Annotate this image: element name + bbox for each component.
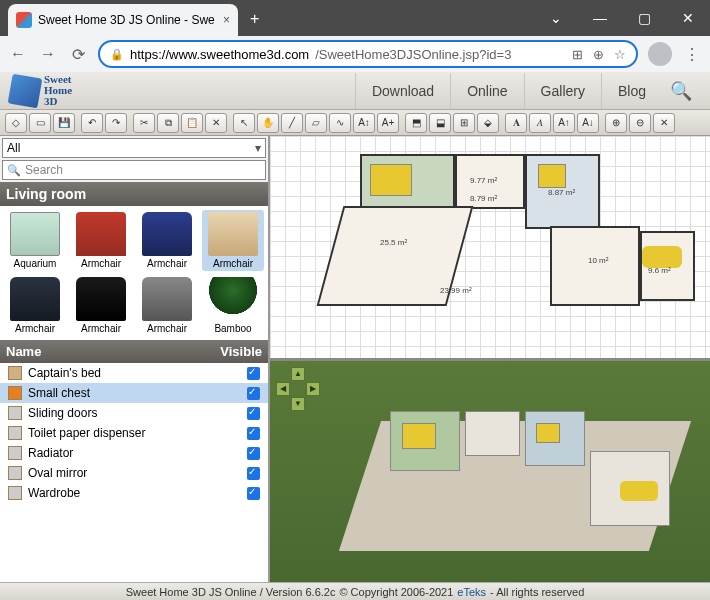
visible-checkbox[interactable]: [247, 487, 260, 500]
logo-icon: [8, 73, 43, 108]
category-selector[interactable]: All: [2, 138, 266, 158]
profile-avatar[interactable]: [648, 42, 672, 66]
nav-download[interactable]: Download: [355, 73, 450, 109]
eteks-link[interactable]: eTeks: [457, 586, 486, 598]
dimension-label: 9.6 m²: [648, 266, 671, 275]
visible-checkbox[interactable]: [247, 467, 260, 480]
wall-button[interactable]: ╱: [281, 113, 303, 133]
logo[interactable]: SweetHome3D: [10, 74, 72, 107]
col-name[interactable]: Name: [6, 344, 41, 359]
nav-right-icon[interactable]: ▶: [306, 382, 320, 396]
tab-favicon: [16, 12, 32, 28]
visible-checkbox[interactable]: [247, 387, 260, 400]
pan-button[interactable]: ✋: [257, 113, 279, 133]
browser-titlebar: Sweet Home 3D JS Online - Swe × + ⌄ — ▢ …: [0, 0, 710, 36]
dimension-button[interactable]: A↕: [353, 113, 375, 133]
redo-button[interactable]: ↷: [105, 113, 127, 133]
catalog-item[interactable]: Armchair: [70, 275, 132, 336]
catalog-item[interactable]: Aquarium: [4, 210, 66, 271]
browser-tab[interactable]: Sweet Home 3D JS Online - Swe ×: [8, 4, 238, 36]
search-icon[interactable]: 🔍: [662, 80, 700, 102]
cut-button[interactable]: ✂: [133, 113, 155, 133]
nav-gallery[interactable]: Gallery: [524, 73, 601, 109]
catalog-item[interactable]: Armchair: [136, 275, 198, 336]
list-item[interactable]: Sliding doors: [0, 403, 268, 423]
list-item[interactable]: Captain's bed: [0, 363, 268, 383]
navigation-pad[interactable]: ▲ ◀ ▶ ▼: [276, 367, 320, 411]
bold-button[interactable]: 𝐀: [505, 113, 527, 133]
nav-down-icon[interactable]: ▼: [291, 397, 305, 411]
close-icon[interactable]: ×: [223, 13, 230, 27]
catalog-item[interactable]: Armchair: [70, 210, 132, 271]
visible-checkbox[interactable]: [247, 447, 260, 460]
back-icon[interactable]: ←: [8, 45, 28, 63]
new-tab-button[interactable]: +: [250, 10, 259, 28]
nav-up-icon[interactable]: ▲: [291, 367, 305, 381]
dimension-label: 8.87 m²: [548, 188, 575, 197]
furniture-list[interactable]: Captain's bed Small chest Sliding doors …: [0, 363, 268, 582]
nav-blog[interactable]: Blog: [601, 73, 662, 109]
maximize-icon[interactable]: ▢: [622, 0, 666, 36]
delete-button[interactable]: ✕: [205, 113, 227, 133]
italic-button[interactable]: 𝐴: [529, 113, 551, 133]
version-text: Sweet Home 3D JS Online / Version 6.6.2c: [126, 586, 336, 598]
list-item[interactable]: Wardrobe: [0, 483, 268, 503]
address-bar[interactable]: 🔒 https://www.sweethome3d.com/SweetHome3…: [98, 40, 638, 68]
undo-button[interactable]: ↶: [81, 113, 103, 133]
increase-button[interactable]: A↑: [553, 113, 575, 133]
nav-online[interactable]: Online: [450, 73, 523, 109]
logo-text: SweetHome3D: [44, 74, 72, 107]
qr-icon[interactable]: ⊞: [572, 47, 583, 62]
install-icon[interactable]: ⊕: [593, 47, 604, 62]
catalog-item[interactable]: Bamboo: [202, 275, 264, 336]
select-button[interactable]: ↖: [233, 113, 255, 133]
list-item[interactable]: Toilet paper dispenser: [0, 423, 268, 443]
dimension-label: 23.99 m²: [440, 286, 472, 295]
catalog-item[interactable]: Armchair: [4, 275, 66, 336]
catalog-item[interactable]: Armchair: [136, 210, 198, 271]
reload-icon[interactable]: ⟳: [68, 45, 88, 64]
visible-checkbox[interactable]: [247, 407, 260, 420]
forward-icon[interactable]: →: [38, 45, 58, 63]
dimension-label: 8.79 m²: [470, 194, 497, 203]
visible-checkbox[interactable]: [247, 427, 260, 440]
col-visible[interactable]: Visible: [220, 344, 262, 359]
list-item[interactable]: Small chest: [0, 383, 268, 403]
open-button[interactable]: ▭: [29, 113, 51, 133]
room-button[interactable]: ▱: [305, 113, 327, 133]
text-button[interactable]: A+: [377, 113, 399, 133]
save-button[interactable]: 💾: [53, 113, 75, 133]
zoom-in-button[interactable]: ⊕: [605, 113, 627, 133]
url-path: /SweetHome3DJSOnline.jsp?id=3: [315, 47, 511, 62]
preferences-button[interactable]: ✕: [653, 113, 675, 133]
new-button[interactable]: ◇: [5, 113, 27, 133]
plan-view-2d[interactable]: 9.77 m² 8.79 m² 8.87 m² 23.99 m² 10 m² 9…: [270, 136, 710, 358]
star-icon[interactable]: ☆: [614, 47, 626, 62]
browser-toolbar: ← → ⟳ 🔒 https://www.sweethome3d.com/Swee…: [0, 36, 710, 72]
minimize-icon[interactable]: —: [578, 0, 622, 36]
furniture-catalog: Aquarium Armchair Armchair Armchair Armc…: [0, 206, 268, 340]
url-host: https://www.sweethome3d.com: [130, 47, 309, 62]
tab-title: Sweet Home 3D JS Online - Swe: [38, 13, 215, 27]
zoom-out-button[interactable]: ⊖: [629, 113, 651, 133]
add-furniture-button[interactable]: ⬒: [405, 113, 427, 133]
group-button[interactable]: ⊞: [453, 113, 475, 133]
list-item[interactable]: Oval mirror: [0, 463, 268, 483]
dimension-label: 10 m²: [588, 256, 608, 265]
search-input[interactable]: Search: [2, 160, 266, 180]
right-panel: 9.77 m² 8.79 m² 8.87 m² 23.99 m² 10 m² 9…: [270, 136, 710, 582]
list-item[interactable]: Radiator: [0, 443, 268, 463]
menu-icon[interactable]: ⋮: [682, 45, 702, 64]
plan-view-3d[interactable]: ▲ ◀ ▶ ▼: [270, 358, 710, 583]
decrease-button[interactable]: A↓: [577, 113, 599, 133]
close-window-icon[interactable]: ✕: [666, 0, 710, 36]
modify-button[interactable]: ⬓: [429, 113, 451, 133]
nav-left-icon[interactable]: ◀: [276, 382, 290, 396]
import-button[interactable]: ⬙: [477, 113, 499, 133]
polyline-button[interactable]: ∿: [329, 113, 351, 133]
catalog-item[interactable]: Armchair: [202, 210, 264, 271]
visible-checkbox[interactable]: [247, 367, 260, 380]
copy-button[interactable]: ⧉: [157, 113, 179, 133]
paste-button[interactable]: 📋: [181, 113, 203, 133]
dropdown-icon[interactable]: ⌄: [534, 0, 578, 36]
